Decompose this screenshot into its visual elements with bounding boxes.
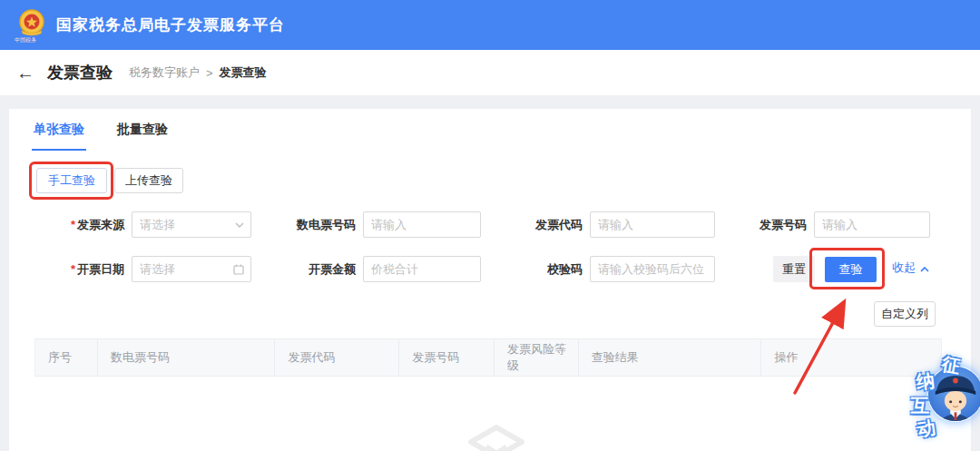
page-title: 发票查验	[47, 62, 113, 83]
field-invoice-date: *开票日期	[34, 256, 251, 282]
widget-char: 互	[911, 394, 929, 418]
breadcrumb: 税务数字账户 > 发票查验	[129, 64, 267, 81]
invoice-code-label: 发票代码	[513, 217, 583, 233]
required-mark: *	[71, 262, 75, 276]
result-table-header: 序号 数电票号码 发票代码 发票号码 发票风险等级 查验结果 操作	[34, 338, 942, 377]
widget-char: 动	[916, 416, 937, 443]
einvoice-number-input[interactable]	[363, 211, 481, 238]
einvoice-number-label: 数电票号码	[274, 217, 356, 233]
tab-batch-verify-label: 批量查验	[117, 122, 168, 136]
col-header-einvoice-number: 数电票号码	[98, 339, 276, 376]
breadcrumb-separator-icon: >	[206, 66, 213, 80]
breadcrumb-bar: ← 发票查验 税务数字账户 > 发票查验	[0, 50, 980, 95]
main-panel: 单张查验 批量查验 手工查验 上传查验 *发票来源 数电票号码 发票代码	[9, 109, 971, 451]
interaction-widget[interactable]: 征 纳 互 动	[906, 349, 980, 451]
field-check-code: 校验码	[513, 256, 715, 282]
col-header-verify-result: 查验结果	[579, 339, 762, 376]
col-header-risk-level: 发票风险等级	[495, 339, 579, 376]
customize-columns-button[interactable]: 自定义列	[874, 301, 936, 327]
field-invoice-code: 发票代码	[513, 211, 715, 238]
collapse-up-icon	[920, 261, 929, 275]
tab-single-verify[interactable]: 单张查验	[32, 116, 86, 151]
breadcrumb-current: 发票查验	[220, 64, 267, 81]
logo-caption: 中国税务	[15, 36, 36, 44]
widget-char: 纳	[916, 368, 936, 395]
invoice-source-select[interactable]	[132, 211, 251, 238]
invoice-source-label: *发票来源	[34, 217, 124, 233]
field-invoice-number: 发票号码	[735, 211, 930, 238]
verify-button[interactable]: 查验	[825, 257, 877, 282]
col-header-invoice-number: 发票号码	[399, 339, 495, 376]
tab-single-verify-label: 单张查验	[34, 122, 84, 136]
tab-bar: 单张查验 批量查验	[32, 116, 170, 151]
breadcrumb-parent[interactable]: 税务数字账户	[129, 64, 200, 81]
col-header-invoice-code: 发票代码	[275, 339, 399, 376]
collapse-link[interactable]: 收起	[892, 260, 929, 276]
invoice-number-label: 发票号码	[735, 217, 807, 233]
app-window: 中国税务 国家税务总局电子发票服务平台 ← 发票查验 税务数字账户 > 发票查验…	[0, 0, 980, 451]
invoice-date-picker[interactable]	[132, 256, 251, 282]
app-title: 国家税务总局电子发票服务平台	[56, 15, 285, 35]
invoice-date-label-text: 开票日期	[77, 262, 124, 276]
tab-batch-verify[interactable]: 批量查验	[115, 116, 170, 151]
required-mark: *	[71, 218, 75, 231]
check-code-input[interactable]	[590, 256, 715, 282]
invoice-amount-input[interactable]	[363, 256, 481, 282]
field-einvoice-number: 数电票号码	[274, 211, 481, 238]
check-code-label: 校验码	[513, 261, 583, 278]
empty-box-icon	[468, 425, 524, 451]
invoice-number-input[interactable]	[814, 211, 930, 238]
invoice-date-label: *开票日期	[34, 261, 124, 278]
reset-button[interactable]: 重置	[773, 256, 815, 282]
invoice-code-input[interactable]	[590, 211, 715, 238]
tax-emblem-icon: 中国税务	[16, 7, 47, 44]
upload-verify-button[interactable]: 上传查验	[114, 168, 183, 193]
invoice-amount-label: 开票金额	[274, 261, 356, 278]
field-invoice-source: *发票来源	[34, 211, 251, 238]
app-header: 中国税务 国家税务总局电子发票服务平台	[0, 0, 980, 50]
collapse-link-label: 收起	[892, 260, 916, 276]
back-arrow-icon[interactable]: ←	[16, 63, 34, 83]
col-header-index: 序号	[35, 339, 98, 376]
manual-verify-button[interactable]: 手工查验	[36, 168, 107, 193]
invoice-source-label-text: 发票来源	[77, 218, 124, 231]
field-invoice-amount: 开票金额	[274, 256, 481, 282]
